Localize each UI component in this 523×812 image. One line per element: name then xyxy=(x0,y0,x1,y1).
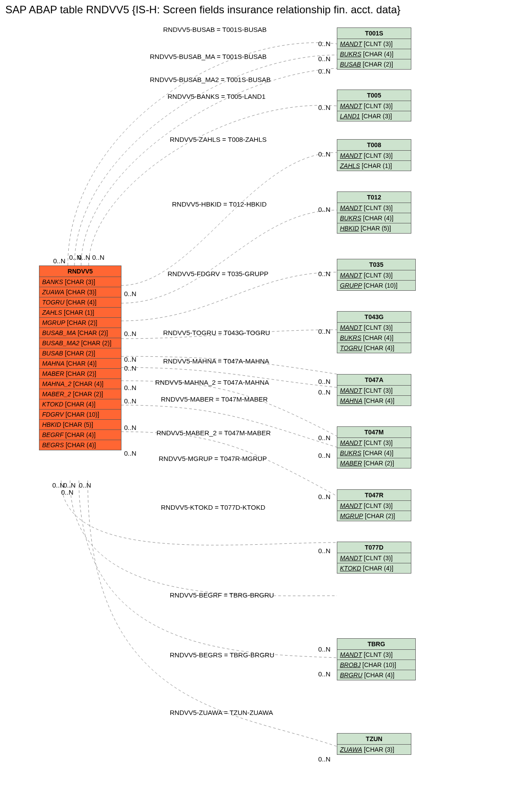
field-name: BUKRS xyxy=(340,449,361,457)
field-name: BROBJ xyxy=(340,661,361,668)
field-name: MANDT xyxy=(340,152,362,159)
field-type: CHAR (10) xyxy=(67,411,98,418)
field-type: CHAR (1) xyxy=(66,309,93,316)
cardinality: 0..N xyxy=(318,388,331,396)
edge-label: RNDVV5-MABER = T047M-MABER xyxy=(161,395,268,403)
field-type: CHAR (5) xyxy=(363,225,390,232)
field-name: MAHNA xyxy=(42,360,65,367)
field-name: BUSAB_MA2 xyxy=(42,340,79,347)
field-name: MANDT xyxy=(340,272,362,279)
field-name: TOGRU xyxy=(340,344,362,351)
field-name: MABER xyxy=(42,370,64,377)
field-type: CLNT (3) xyxy=(366,40,391,47)
cardinality: 0..N xyxy=(318,104,331,111)
field-name: MGRUP xyxy=(42,319,65,326)
field-type: CHAR (4) xyxy=(366,671,393,679)
field-type: CHAR (4) xyxy=(366,344,393,351)
cardinality: 0..N xyxy=(124,384,137,391)
cardinality: 0..N xyxy=(124,290,137,297)
field-type: CHAR (3) xyxy=(363,113,390,120)
field-name: MANDT xyxy=(340,40,362,47)
entity-rndvv5: RNDVV5 BANKS [CHAR (3)] ZUAWA [CHAR (3)]… xyxy=(39,265,121,450)
edge-label: RNDVV5-ZAHLS = T008-ZAHLS xyxy=(170,136,267,143)
field-name: BUSAB_MA xyxy=(42,329,76,336)
field-type: CHAR (2) xyxy=(366,460,393,467)
entity-t047r: T047R MANDT [CLNT (3)] MGRUP [CHAR (2)] xyxy=(337,489,411,521)
cardinality: 0..N xyxy=(92,254,105,261)
entity-header: T047R xyxy=(337,490,411,501)
entity-t005: T005 MANDT [CLNT (3)] LAND1 [CHAR (3)] xyxy=(337,90,411,121)
field-type: CHAR (4) xyxy=(68,360,95,367)
cardinality: 0..N xyxy=(63,481,76,489)
entity-header: T047A xyxy=(337,375,411,386)
cardinality: 0..N xyxy=(124,330,137,337)
field-type: CHAR (10) xyxy=(366,282,396,289)
field-type: CHAR (4) xyxy=(365,51,392,58)
field-name: MANDT xyxy=(340,102,362,109)
entity-header: T008 xyxy=(337,140,411,151)
cardinality: 0..N xyxy=(318,434,331,441)
entity-t012: T012 MANDT [CLNT (3)] BUKRS [CHAR (4)] H… xyxy=(337,191,411,234)
entity-header: T012 xyxy=(337,192,411,203)
edge-label: RNDVV5-MAHNA = T047A-MAHNA xyxy=(163,357,269,365)
entity-header: T047M xyxy=(337,427,411,438)
cardinality: 0..N xyxy=(318,755,331,763)
field-type: CHAR (4) xyxy=(68,299,95,306)
field-type: CHAR (4) xyxy=(75,380,102,387)
entity-header: T043G xyxy=(337,312,411,323)
field-name: BUSAB xyxy=(42,350,63,357)
field-type: CHAR (2) xyxy=(68,370,95,377)
edge-label: RNDVV5-BEGRS = TBRG-BRGRU xyxy=(170,651,274,659)
cardinality: 0..N xyxy=(318,547,331,554)
cardinality: 0..N xyxy=(318,645,331,653)
field-type: CHAR (3) xyxy=(366,746,393,753)
field-name: MABER_2 xyxy=(42,390,71,398)
field-type: CHAR (2) xyxy=(83,340,110,347)
cardinality: 0..N xyxy=(318,493,331,500)
cardinality: 0..N xyxy=(124,449,137,457)
field-type: CHAR (2) xyxy=(69,319,96,326)
field-type: CLNT (3) xyxy=(366,102,391,109)
field-name: MABER xyxy=(340,460,362,467)
entity-header: TBRG xyxy=(337,639,415,650)
field-name: MANDT xyxy=(340,439,362,446)
field-type: CHAR (4) xyxy=(365,449,392,457)
entity-t047m: T047M MANDT [CLNT (3)] BUKRS [CHAR (4)] … xyxy=(337,426,411,468)
entity-t077d: T077D MANDT [CLNT (3)] KTOKD [CHAR (4)] xyxy=(337,542,411,574)
field-name: ZUAWA xyxy=(42,289,64,296)
edge-label: RNDVV5-MABER_2 = T047M-MABER xyxy=(156,429,271,437)
cardinality: 0..N xyxy=(318,150,331,158)
entity-header: T001S xyxy=(337,28,411,39)
field-type: CLNT (3) xyxy=(366,439,391,446)
cardinality: 0..N xyxy=(318,55,331,62)
field-type: CLNT (3) xyxy=(366,324,391,331)
entity-t043g: T043G MANDT [CLNT (3)] BUKRS [CHAR (4)] … xyxy=(337,311,411,353)
cardinality: 0..N xyxy=(124,397,137,405)
field-name: BUKRS xyxy=(340,215,361,222)
field-type: CHAR (4) xyxy=(366,397,393,404)
field-type: CLNT (3) xyxy=(366,554,391,562)
field-type: CHAR (4) xyxy=(365,215,392,222)
edge-label: RNDVV5-ZUAWA = TZUN-ZUAWA xyxy=(170,709,273,716)
entity-t035: T035 MANDT [CLNT (3)] GRUPP [CHAR (10)] xyxy=(337,259,416,291)
entity-tbrg: TBRG MANDT [CLNT (3)] BROBJ [CHAR (10)] … xyxy=(337,638,416,680)
field-type: CHAR (5) xyxy=(65,421,92,428)
field-name: MANDT xyxy=(340,502,362,509)
field-type: CLNT (3) xyxy=(366,204,391,211)
field-name: FDGRV xyxy=(42,411,64,418)
field-name: TOGRU xyxy=(42,299,64,306)
cardinality: 0..N xyxy=(318,40,331,47)
entity-header: RNDVV5 xyxy=(39,266,121,277)
edge-label: RNDVV5-BUSAB = T001S-BUSAB xyxy=(163,26,267,33)
field-name: BEGRF xyxy=(42,431,63,438)
field-type: CLNT (3) xyxy=(366,152,391,159)
field-type: CLNT (3) xyxy=(366,502,391,509)
field-type: CLNT (3) xyxy=(366,387,391,394)
cardinality: 0..N xyxy=(318,270,331,277)
field-name: MANDT xyxy=(340,651,362,658)
field-name: MGRUP xyxy=(340,512,363,519)
field-name: BUSAB xyxy=(340,61,361,68)
field-type: CHAR (4) xyxy=(67,441,94,449)
page-title: SAP ABAP table RNDVV5 {IS-H: Screen fiel… xyxy=(5,4,519,16)
field-name: GRUPP xyxy=(340,282,362,289)
